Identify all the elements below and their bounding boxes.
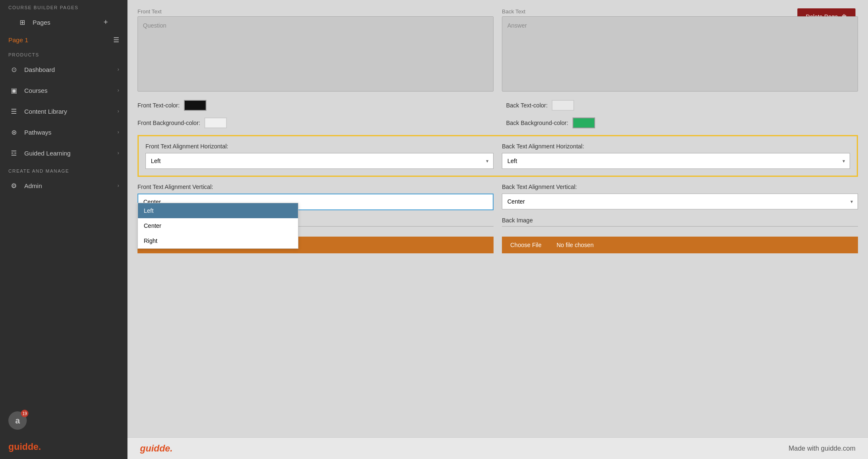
sidebar-item-pathways[interactable]: ⊛ Pathways › [0, 122, 127, 143]
front-text-header: Front Text [137, 8, 494, 15]
vert-alignment-row: Front Text Alignment Vertical: Left Cent… [137, 184, 858, 210]
sidebar-item-content-library[interactable]: ☰ Content Library › [0, 101, 127, 122]
create-manage-section-title: CREATE AND MANAGE [0, 163, 127, 175]
sidebar-bottom: a 19 [0, 403, 127, 438]
front-bg-color-label: Front Background-color: [137, 120, 200, 126]
front-align-h-field: Front Text Alignment Horizontal: Left Ce… [145, 143, 494, 169]
back-bg-color-label: Back Background-color: [506, 120, 568, 126]
front-align-v-dropdown: Left Center Right [137, 203, 298, 249]
pathways-chevron: › [117, 129, 119, 135]
back-text-placeholder: Answer [507, 22, 527, 29]
front-text-color-swatch[interactable] [184, 100, 206, 111]
guided-learning-chevron: › [117, 150, 119, 156]
page-1-label: Page 1 [8, 36, 28, 43]
back-choose-file-button[interactable]: Choose File [502, 237, 550, 253]
main-area: Delete Page 🗑 Front Text Question Back T… [127, 0, 868, 459]
add-page-button[interactable]: + [101, 17, 111, 27]
course-builder-section-title: COURSE BUILDER PAGES [0, 0, 127, 12]
dashboard-chevron: › [117, 66, 119, 72]
front-text-card[interactable]: Question [137, 16, 494, 92]
back-file-input-wrapper: Choose File No file chosen [502, 237, 858, 253]
guided-learning-icon: ☲ [8, 148, 19, 158]
front-text-section: Front Text Question [137, 8, 494, 92]
back-bg-color-swatch[interactable] [573, 117, 595, 128]
sidebar-item-courses[interactable]: ▣ Courses › [0, 80, 127, 101]
back-text-color-swatch[interactable] [552, 100, 574, 111]
notification-badge: 19 [21, 410, 28, 417]
sidebar-item-guided-learning[interactable]: ☲ Guided Learning › [0, 143, 127, 163]
pages-section: ⊞ Pages + Page 1 ☰ [0, 12, 127, 47]
dropdown-option-left[interactable]: Left [138, 203, 298, 218]
pathways-icon: ⊛ [8, 127, 19, 138]
dropdown-option-center[interactable]: Center [138, 218, 298, 233]
bottom-tagline: Made with guidde.com [789, 445, 855, 452]
vertical-alignment-section: Front Text Alignment Vertical: Left Cent… [137, 184, 858, 210]
front-bg-color-field: Front Background-color: [137, 117, 489, 128]
sidebar: COURSE BUILDER PAGES ⊞ Pages + Page 1 ☰ … [0, 0, 127, 459]
content-panel: Delete Page 🗑 Front Text Question Back T… [127, 0, 868, 437]
guidde-sidebar-logo: guidde. [8, 441, 119, 452]
back-image-label: Back Image [502, 217, 858, 227]
back-align-v-select-wrapper: Center Top Bottom [502, 194, 858, 209]
pages-icon: ⊞ [17, 17, 28, 28]
bg-color-row: Front Background-color: Back Background-… [137, 117, 858, 128]
content-library-icon: ☰ [8, 106, 19, 117]
text-fields-row: Front Text Question Back Text Answer [137, 8, 858, 92]
front-align-h-select[interactable]: Left Center Right [145, 153, 494, 169]
back-text-color-field: Back Text-color: [506, 100, 858, 111]
back-align-h-select-wrapper: Left Center Right [502, 153, 850, 169]
dashboard-icon: ⊙ [8, 64, 19, 75]
text-color-row: Front Text-color: Back Text-color: [137, 100, 858, 111]
back-text-color-label: Back Text-color: [506, 102, 547, 109]
page-1-item[interactable]: Page 1 ☰ [8, 33, 119, 47]
sidebar-item-pages[interactable]: ⊞ Pages + [8, 12, 119, 33]
back-bg-color-field: Back Background-color: [506, 117, 858, 128]
content-library-chevron: › [117, 108, 119, 114]
back-align-h-field: Back Text Alignment Horizontal: Left Cen… [502, 143, 850, 169]
admin-icon: ⚙ [8, 180, 19, 191]
sidebar-item-dashboard[interactable]: ⊙ Dashboard › [0, 59, 127, 80]
page-menu-icon[interactable]: ☰ [113, 36, 119, 44]
front-align-h-select-wrapper: Left Center Right [145, 153, 494, 169]
front-text-color-label: Front Text-color: [137, 102, 180, 109]
bottom-bar: guidde. Made with guidde.com [127, 437, 868, 459]
front-align-v-label: Front Text Alignment Vertical: [137, 184, 494, 190]
front-bg-color-swatch[interactable] [204, 117, 227, 128]
admin-chevron: › [117, 183, 119, 189]
back-align-h-select[interactable]: Left Center Right [502, 153, 850, 169]
front-align-v-field: Front Text Alignment Vertical: Left Cent… [137, 184, 494, 210]
back-text-card[interactable]: Answer [502, 16, 858, 92]
front-text-color-field: Front Text-color: [137, 100, 489, 111]
courses-chevron: › [117, 87, 119, 93]
back-align-h-label: Back Text Alignment Horizontal: [502, 143, 850, 150]
front-text-placeholder: Question [143, 22, 166, 29]
avatar-container[interactable]: a 19 [8, 411, 27, 430]
back-file-input-field: Choose File No file chosen [502, 237, 858, 253]
back-align-v-field: Back Text Alignment Vertical: Center Top… [502, 184, 858, 210]
back-no-file-text: No file chosen [550, 237, 858, 253]
courses-icon: ▣ [8, 85, 19, 96]
back-image-field: Back Image [502, 217, 858, 230]
front-align-h-label: Front Text Alignment Horizontal: [145, 143, 494, 150]
back-align-v-label: Back Text Alignment Vertical: [502, 184, 858, 190]
products-section-title: PRODUCTS [0, 47, 127, 59]
dropdown-option-right[interactable]: Right [138, 233, 298, 248]
alignment-row: Front Text Alignment Horizontal: Left Ce… [145, 143, 850, 169]
sidebar-item-admin[interactable]: ⚙ Admin › [0, 175, 127, 196]
back-align-v-select[interactable]: Center Top Bottom [502, 194, 858, 209]
guidde-logo: guidde. [140, 443, 173, 454]
back-text-section: Back Text Answer [502, 8, 858, 92]
horizontal-alignment-section: Front Text Alignment Horizontal: Left Ce… [137, 135, 858, 177]
